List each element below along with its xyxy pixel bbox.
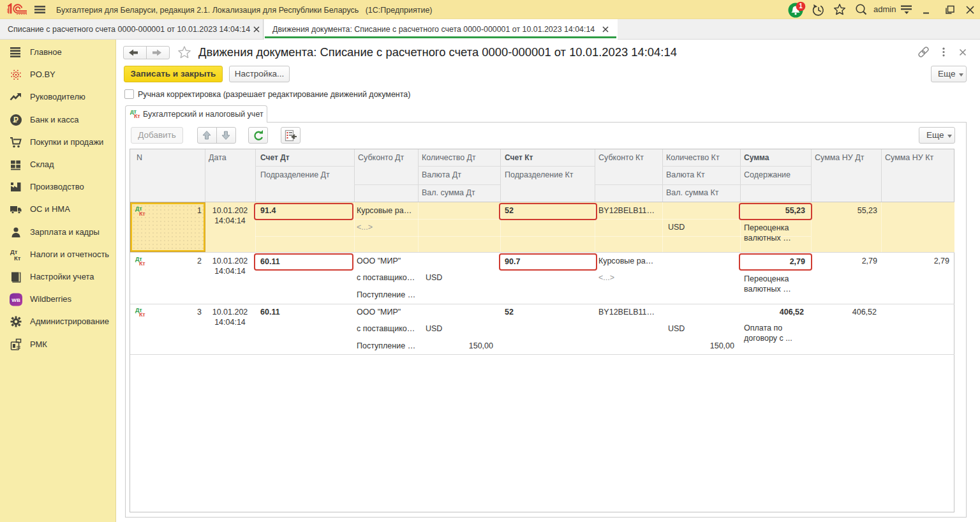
svg-text:P: P: [13, 116, 19, 124]
svg-text:1: 1: [799, 3, 803, 10]
svg-text:Кт: Кт: [14, 254, 21, 261]
svg-text:WB: WB: [11, 297, 20, 303]
